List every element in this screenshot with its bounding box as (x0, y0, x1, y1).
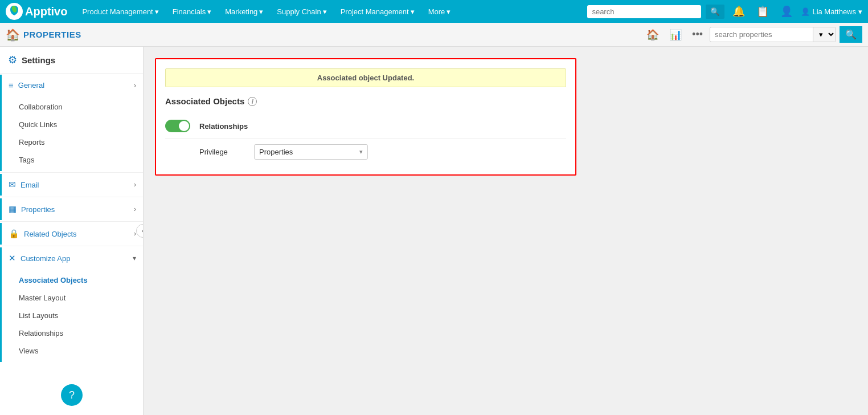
global-search-input[interactable] (587, 5, 701, 18)
sidebar-item-list-layouts[interactable]: List Layouts (11, 307, 143, 324)
associated-objects-panel: Associated object Updated. Associated Ob… (155, 58, 576, 176)
settings-label: Settings (22, 55, 55, 65)
settings-gear-icon: ⚙ (8, 54, 17, 66)
general-sub-items: Collaboration Quick Links Reports Tags (2, 96, 143, 171)
nav-marketing[interactable]: Marketing ▾ (220, 0, 268, 23)
messages-icon[interactable]: 📋 (753, 5, 772, 18)
email-chevron-icon: › (134, 181, 136, 189)
sidebar-section-general: ≡ General › Collaboration Quick Links Re… (0, 75, 143, 171)
info-icon[interactable]: i (248, 97, 257, 106)
panel-title: Associated Objects i (165, 96, 566, 106)
relationships-row: Relationships (165, 114, 566, 139)
page-layout: ⚙ Settings ≡ General › Collaboration Qui… (0, 47, 868, 415)
sidebar-item-tags[interactable]: Tags (11, 151, 143, 169)
panel-title-text: Associated Objects (165, 96, 244, 106)
user-avatar-icon: 👤 (801, 7, 810, 16)
customize-chevron-icon: ▾ (133, 254, 136, 262)
user-name: Lia Matthews (812, 7, 856, 16)
top-navigation: Apptivo Product Management ▾ Financials … (0, 0, 868, 23)
general-chevron-icon: › (134, 82, 136, 89)
app-title: PROPERTIES (23, 30, 81, 39)
sidebar-item-associated-objects[interactable]: Associated Objects (11, 271, 143, 289)
sidebar-general-header[interactable]: ≡ General › (2, 75, 143, 96)
properties-app-icon: 🏠 (6, 28, 20, 42)
properties-label: Properties (21, 205, 55, 214)
related-objects-icon: 🔒 (9, 229, 19, 239)
sidebar-properties-header[interactable]: ▦ Properties › (2, 198, 143, 220)
sidebar-item-quick-links[interactable]: Quick Links (11, 116, 143, 133)
privilege-row: Privilege Properties ▾ (165, 139, 566, 165)
sidebar-item-reports[interactable]: Reports (11, 133, 143, 151)
general-icon: ≡ (9, 80, 14, 90)
email-icon: ✉ (9, 180, 16, 190)
notifications-icon[interactable]: 🔔 (729, 5, 748, 18)
customize-app-icon: ✕ (9, 253, 16, 263)
sidebar-item-views[interactable]: Views (11, 342, 143, 360)
privilege-label: Privilege (199, 148, 245, 156)
sidebar-email-header[interactable]: ✉ Email › (2, 174, 143, 196)
app-header-bar: 🏠 PROPERTIES 🏠 📊 ••• ▾ 🔍 (0, 23, 868, 47)
nav-more[interactable]: More ▾ (424, 0, 456, 23)
relationships-label: Relationships (199, 122, 248, 131)
general-label: General (18, 81, 44, 89)
sidebar-section-customize-app: ✕ Customize App ▾ Associated Objects Mas… (0, 247, 143, 362)
sidebar-item-collaboration[interactable]: Collaboration (11, 98, 143, 116)
email-label: Email (21, 181, 39, 189)
global-search-button[interactable]: 🔍 (706, 5, 724, 19)
sidebar-section-properties: ▦ Properties › (0, 198, 143, 220)
notification-text: Associated object Updated. (317, 74, 414, 82)
sidebar: ⚙ Settings ≡ General › Collaboration Qui… (0, 47, 144, 415)
help-button[interactable]: ? (61, 384, 83, 406)
contacts-icon[interactable]: 👤 (777, 5, 796, 18)
search-properties-bar: ▾ (710, 27, 836, 42)
nav-project-management[interactable]: Project Management ▾ (336, 0, 419, 23)
privilege-value: Properties (259, 148, 293, 156)
apptivo-logo[interactable]: Apptivo (6, 3, 67, 20)
charts-button[interactable]: 📊 (666, 26, 685, 43)
notification-bar: Associated object Updated. (165, 68, 566, 87)
home-button[interactable]: 🏠 (643, 26, 662, 43)
divider-2 (0, 197, 143, 197)
search-properties-button[interactable]: 🔍 (840, 26, 862, 43)
divider-3 (0, 221, 143, 222)
sidebar-related-header[interactable]: 🔒 Related Objects › (2, 223, 143, 245)
properties-chevron-icon: › (134, 205, 136, 213)
main-content: Associated object Updated. Associated Ob… (144, 47, 868, 415)
divider-1 (0, 172, 143, 173)
more-options-button[interactable]: ••• (689, 26, 706, 43)
related-objects-label: Related Objects (24, 230, 77, 238)
privilege-select[interactable]: Properties ▾ (254, 144, 368, 160)
nav-product-management[interactable]: Product Management ▾ (77, 0, 163, 23)
customize-app-label: Customize App (21, 254, 70, 263)
sidebar-section-related-objects: 🔒 Related Objects › (0, 223, 143, 245)
nav-financials[interactable]: Financials ▾ (168, 0, 216, 23)
sidebar-customize-header[interactable]: ✕ Customize App ▾ (2, 247, 143, 269)
customize-sub-items: Associated Objects Master Layout List La… (2, 269, 143, 362)
logo-text: Apptivo (25, 5, 67, 18)
relationships-toggle[interactable] (165, 120, 190, 132)
divider-4 (0, 246, 143, 246)
search-properties-input[interactable] (710, 28, 813, 41)
sidebar-item-master-layout[interactable]: Master Layout (11, 289, 143, 307)
user-menu[interactable]: 👤 Lia Matthews ▾ (801, 7, 862, 16)
nav-supply-chain[interactable]: Supply Chain ▾ (272, 0, 331, 23)
properties-icon: ▦ (9, 204, 17, 214)
sidebar-item-relationships[interactable]: Relationships (11, 324, 143, 342)
settings-header: ⚙ Settings (0, 47, 143, 74)
search-properties-dropdown[interactable]: ▾ (813, 27, 836, 42)
sidebar-section-email: ✉ Email › (0, 174, 143, 196)
privilege-dropdown-arrow-icon: ▾ (359, 148, 363, 156)
